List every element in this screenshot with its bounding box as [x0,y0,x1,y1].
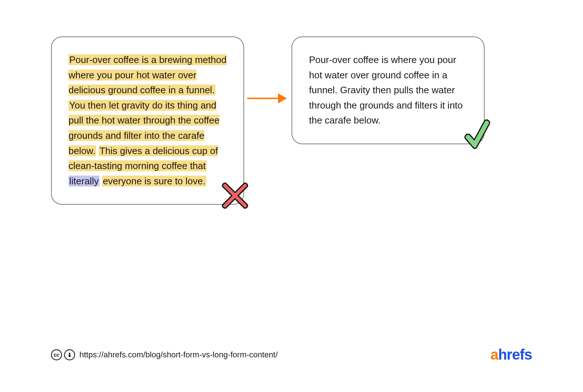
comparison-container: Pour-over coffee is a brewing method whe… [51,36,532,313]
concise-example-text: Pour-over coffee is where you pour hot w… [309,52,467,128]
check-icon [462,117,491,155]
arrow-icon [246,91,290,106]
svg-point-1 [69,353,70,354]
wordy-example-card: Pour-over coffee is a brewing method whe… [51,36,244,205]
transform-arrow [244,36,292,160]
cc-by-icon [64,349,75,360]
logo-rest: hrefs [498,346,532,362]
concise-example-card: Pour-over coffee is where you pour hot w… [292,36,485,144]
cc-license-icons: cc [51,349,75,360]
wordy-example-text: Pour-over coffee is a brewing method whe… [69,52,227,189]
purple-highlight: literally [69,176,99,187]
ahrefs-logo: ahrefs [490,346,532,363]
logo-a: a [490,346,498,362]
footer: cc https://ahrefs.com/blog/short-form-vs… [51,346,532,363]
svg-rect-2 [69,354,71,357]
yellow-highlight: everyone is sure to love. [102,176,206,187]
attribution: cc https://ahrefs.com/blog/short-form-vs… [51,349,278,360]
cc-icon: cc [51,349,62,360]
yellow-highlight: Pour-over coffee is a brewing method whe… [69,54,227,95]
cross-icon [219,180,251,216]
source-url: https://ahrefs.com/blog/short-form-vs-lo… [79,350,278,360]
